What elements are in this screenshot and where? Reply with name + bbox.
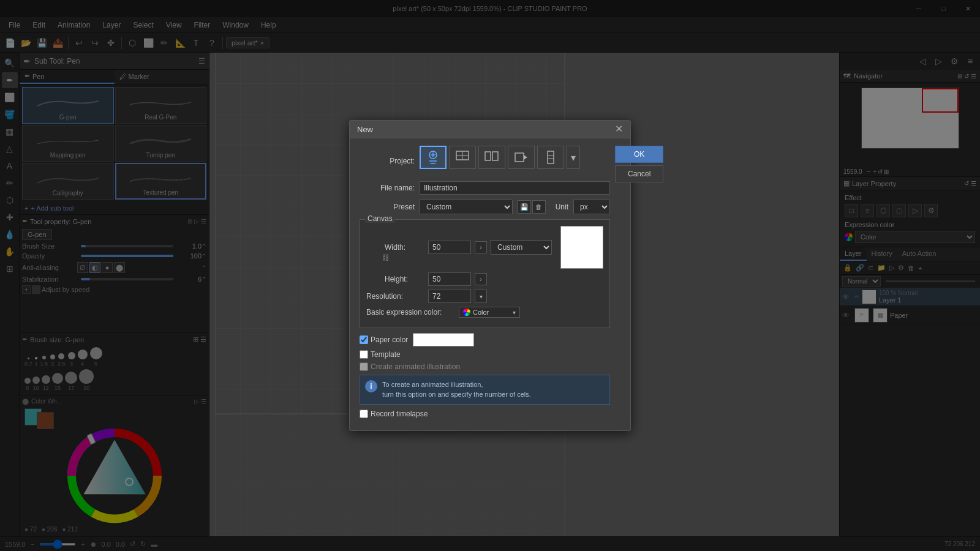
comic-icon (455, 150, 470, 165)
height-row: Height: › (385, 272, 603, 286)
unit-select[interactable]: px (573, 200, 610, 214)
color-wheel-mini2 (463, 309, 470, 316)
preset-save-icon[interactable]: 💾 (518, 200, 531, 214)
project-icons-row: ▾ (420, 146, 580, 169)
proj-icon-webtoon[interactable] (537, 146, 564, 169)
width-arrow[interactable]: › (475, 241, 487, 253)
link-icon-container: ⛓ (382, 253, 390, 262)
filename-input[interactable] (420, 181, 610, 195)
paper-color-label: Paper color (371, 335, 408, 344)
animation-icon (514, 150, 529, 165)
doublepage-icon (484, 150, 499, 165)
svg-rect-10 (515, 153, 524, 162)
timelapse-checkbox-label[interactable]: Record timelapse (360, 410, 428, 418)
animated-checkbox[interactable] (360, 362, 368, 371)
expr-color-value-canvas: Color (473, 309, 489, 316)
svg-marker-11 (524, 155, 527, 160)
expr-color-dropdown-icon: ▾ (513, 309, 516, 316)
paper-color-row: Paper color (360, 333, 610, 347)
resolution-label: Resolution: (366, 292, 424, 301)
modal-main-flex: Project: (360, 146, 620, 423)
modal-overlay: New ✕ Project: (0, 0, 980, 551)
width-custom-select[interactable]: Custom (491, 240, 552, 255)
filename-row: File name: (360, 181, 610, 195)
modal-close-button[interactable]: ✕ (615, 124, 623, 134)
info-line2: turn this option on and specify the numb… (382, 390, 531, 399)
svg-rect-9 (492, 152, 498, 160)
modal-title: New (357, 125, 373, 134)
animated-checkbox-label[interactable]: Create animated illustration (360, 362, 460, 371)
height-input[interactable] (428, 272, 471, 286)
resolution-dropdown[interactable]: ▾ (475, 290, 487, 303)
expr-color-label-canvas: Basic expression color: (366, 308, 455, 317)
width-row: Width: › Custom (385, 226, 603, 269)
link-icon: ⛓ (382, 253, 390, 262)
preset-label: Preset (360, 203, 415, 211)
preset-icon-btns: 💾 🗑 (518, 200, 546, 214)
proj-icon-more[interactable]: ▾ (567, 146, 580, 169)
animated-row: Create animated illustration (360, 362, 610, 371)
template-label: Template (371, 350, 401, 359)
project-row: Project: (360, 146, 610, 176)
proj-icon-doublepage[interactable] (478, 146, 505, 169)
template-row: Template (360, 350, 610, 359)
svg-rect-8 (485, 152, 491, 160)
width-label: Width: (385, 243, 424, 252)
timelapse-label: Record timelapse (371, 410, 428, 418)
preset-unit-row: Preset Custom 💾 🗑 Unit px (360, 200, 610, 214)
webtoon-icon (543, 150, 558, 165)
modal-body: Project: (350, 138, 630, 430)
project-label: Project: (360, 157, 415, 165)
preset-select[interactable]: Custom (420, 200, 513, 214)
expr-color-btn[interactable]: Color ▾ (459, 307, 520, 318)
modal-ok-button[interactable]: OK (615, 146, 663, 163)
svg-rect-12 (548, 151, 554, 163)
modal-cancel-button[interactable]: Cancel (615, 165, 663, 182)
info-box: i To create an animated illustration, tu… (360, 375, 610, 405)
proj-icon-illustration[interactable] (420, 146, 447, 169)
info-text: To create an animated illustration, turn… (382, 380, 531, 399)
modal-titlebar: New ✕ (350, 121, 630, 138)
preset-delete-icon[interactable]: 🗑 (532, 200, 546, 214)
modal-buttons: OK Cancel (615, 146, 663, 423)
animated-label: Create animated illustration (371, 362, 460, 371)
illustration-icon (426, 150, 440, 165)
timelapse-checkbox[interactable] (360, 410, 368, 418)
expr-color-row-canvas: Basic expression color: Color ▾ (366, 307, 603, 318)
modal-form-area: Project: (360, 146, 610, 423)
proj-icon-animation[interactable] (508, 146, 535, 169)
unit-label: Unit (556, 203, 568, 211)
height-label: Height: (385, 275, 424, 283)
timelapse-row: Record timelapse (360, 410, 610, 418)
proj-icon-comic[interactable] (449, 146, 476, 169)
paper-color-checkbox-label[interactable]: Paper color (360, 335, 408, 344)
height-arrow[interactable]: › (475, 273, 487, 285)
paper-color-swatch[interactable] (413, 333, 474, 347)
width-input[interactable] (428, 241, 471, 254)
template-checkbox-label[interactable]: Template (360, 350, 401, 359)
new-document-dialog: New ✕ Project: (349, 120, 631, 431)
paper-color-checkbox[interactable] (360, 335, 368, 344)
resolution-row: Resolution: ▾ (366, 290, 603, 303)
filename-label: File name: (360, 184, 415, 192)
canvas-label: Canvas (365, 214, 395, 223)
canvas-section: Canvas Width: › Custom (360, 219, 610, 328)
template-checkbox[interactable] (360, 350, 368, 359)
canvas-preview-box (560, 226, 603, 269)
info-line1: To create an animated illustration, (382, 380, 531, 389)
info-icon: i (365, 380, 377, 392)
resolution-input[interactable] (428, 290, 471, 303)
